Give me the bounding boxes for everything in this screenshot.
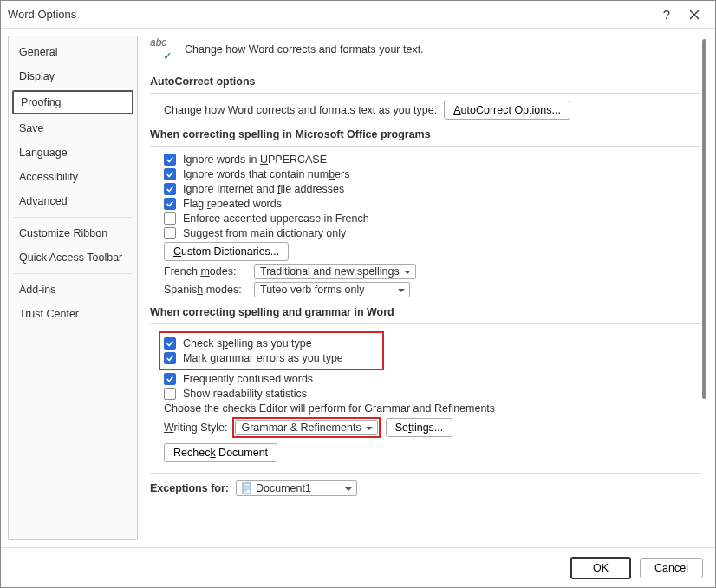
custom-dictionaries-button[interactable]: Custom Dictionaries...: [164, 242, 289, 261]
sidebar-item-accessibility[interactable]: Accessibility: [9, 165, 137, 189]
mark-grammar-label: Mark grammar errors as you type: [183, 352, 343, 364]
section-divider: [150, 473, 701, 474]
sidebar-item-quick-access[interactable]: Quick Access Toolbar: [9, 245, 137, 270]
scrollbar-thumb[interactable]: [702, 39, 706, 399]
sidebar-item-customize-ribbon[interactable]: Customize Ribbon: [9, 221, 137, 245]
check-spelling-checkbox[interactable]: [164, 337, 176, 350]
enforce-french-checkbox[interactable]: [164, 212, 176, 225]
word-grammar-section-title: When correcting spelling and grammar in …: [150, 306, 701, 318]
cancel-button[interactable]: Cancel: [640, 558, 703, 578]
page-header-desc: Change how Word corrects and formats you…: [185, 43, 424, 56]
sidebar-item-save[interactable]: Save: [9, 116, 137, 140]
sidebar-separator: [14, 217, 132, 218]
scrollbar[interactable]: [700, 36, 708, 540]
highlight-top: Check spelling as you type Mark grammar …: [159, 331, 384, 370]
page-header: abc ✓ Change how Word corrects and forma…: [150, 39, 701, 60]
sidebar-item-language[interactable]: Language: [9, 140, 137, 165]
spanish-modes-select[interactable]: Tuteo verb forms only: [254, 282, 410, 297]
sidebar-item-display[interactable]: Display: [9, 64, 137, 88]
autocorrect-section-title: AutoCorrect options: [150, 75, 701, 88]
sidebar-item-trust-center[interactable]: Trust Center: [9, 302, 137, 326]
suggest-main-label: Suggest from main dictionary only: [183, 227, 346, 239]
sidebar-item-addins[interactable]: Add-ins: [9, 278, 137, 302]
ignore-numbers-checkbox[interactable]: [164, 168, 176, 180]
help-button[interactable]: ?: [653, 1, 680, 29]
flag-repeated-label: Flag repeated words: [183, 198, 282, 210]
autocorrect-row: Change how Word corrects and formats tex…: [150, 101, 701, 120]
window-title: Word Options: [8, 8, 653, 21]
word-options-dialog: Word Options ? General Display Proofing …: [0, 0, 716, 588]
spanish-modes-label: Spanish modes:: [164, 284, 247, 296]
proofing-icon: abc ✓: [150, 39, 176, 60]
choose-checks-desc: Choose the checks Editor will perform fo…: [164, 402, 495, 415]
ignore-uppercase-checkbox[interactable]: [164, 154, 176, 166]
sidebar-item-proofing[interactable]: Proofing: [12, 90, 133, 114]
ignore-uppercase-label: Ignore words in UPPERCASE: [183, 154, 327, 166]
mark-grammar-checkbox[interactable]: [164, 352, 176, 364]
autocorrect-options-button[interactable]: AutoCorrect Options...: [444, 101, 570, 120]
titlebar: Word Options ?: [1, 1, 715, 29]
ignore-internet-label: Ignore Internet and file addresses: [183, 183, 344, 195]
dialog-body: General Display Proofing Save Language A…: [1, 29, 715, 547]
readability-label: Show readability statistics: [183, 388, 307, 400]
check-spelling-label: Check spelling as you type: [183, 337, 312, 350]
french-modes-select[interactable]: Traditional and new spellings: [254, 264, 416, 279]
writing-style-settings-button[interactable]: Settings...: [386, 418, 453, 437]
exceptions-select[interactable]: Document1: [236, 480, 357, 496]
highlight-writing-style: Grammar & Refinements: [232, 417, 380, 438]
close-button[interactable]: [680, 1, 708, 29]
ok-button[interactable]: OK: [570, 557, 631, 579]
flag-repeated-checkbox[interactable]: [164, 198, 176, 210]
category-sidebar: General Display Proofing Save Language A…: [8, 36, 138, 540]
check-icon: ✓: [163, 49, 172, 62]
ignore-internet-checkbox[interactable]: [164, 183, 176, 195]
enforce-french-label: Enforce accented uppercase in French: [183, 212, 369, 225]
freq-confused-label: Frequently confused words: [183, 373, 313, 385]
writing-style-label: Writing Style:: [164, 421, 227, 434]
dialog-footer: OK Cancel: [1, 547, 715, 587]
french-modes-label: French modes:: [164, 265, 247, 278]
exceptions-label: Exceptions for:: [150, 482, 229, 494]
document-icon: [242, 482, 252, 494]
section-divider: [150, 93, 701, 94]
close-icon: [689, 10, 700, 20]
ignore-numbers-label: Ignore words that contain numbers: [183, 168, 349, 180]
help-icon: ?: [663, 7, 670, 22]
writing-style-select[interactable]: Grammar & Refinements: [235, 420, 377, 435]
suggest-main-checkbox[interactable]: [164, 227, 176, 239]
sidebar-item-advanced[interactable]: Advanced: [9, 189, 137, 213]
sidebar-separator: [14, 273, 132, 274]
section-divider: [150, 146, 701, 147]
content-panel: abc ✓ Change how Word corrects and forma…: [138, 36, 708, 540]
autocorrect-desc: Change how Word corrects and formats tex…: [164, 104, 437, 116]
freq-confused-checkbox[interactable]: [164, 373, 176, 385]
svg-rect-0: [243, 483, 251, 493]
section-divider: [150, 323, 701, 324]
recheck-document-button[interactable]: Recheck Document: [164, 443, 277, 462]
office-spelling-section-title: When correcting spelling in Microsoft Of…: [150, 128, 701, 140]
readability-checkbox[interactable]: [164, 388, 176, 400]
sidebar-item-general[interactable]: General: [9, 40, 137, 64]
